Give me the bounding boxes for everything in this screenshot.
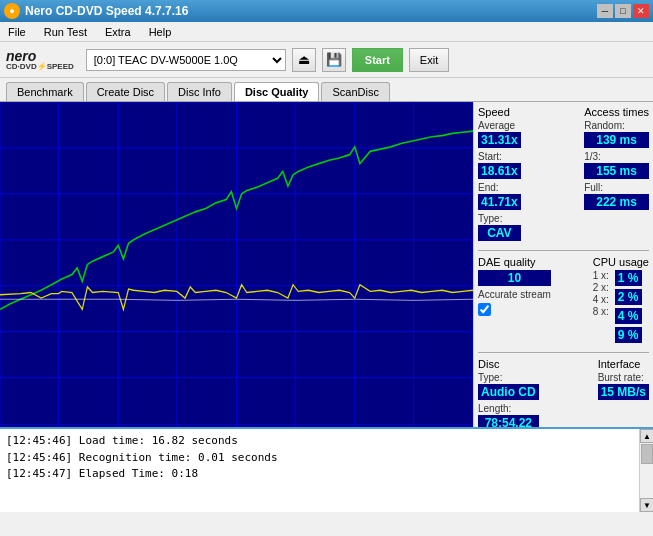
speed-start-value: 18.61x: [478, 163, 521, 179]
disc-type-value: Audio CD: [478, 384, 539, 400]
access-random-label: Random:: [584, 120, 649, 131]
speed-average-value: 31.31x: [478, 132, 521, 148]
close-button[interactable]: ✕: [633, 4, 649, 18]
cpu-col: CPU usage 1 x: 2 x: 4 x: 8 x: 1 % 2 % 4 …: [593, 256, 649, 345]
cpu-1x-label: 1 x:: [593, 270, 609, 281]
app-icon: ●: [4, 3, 20, 19]
cpu-labels-col: 1 x: 2 x: 4 x: 8 x:: [593, 270, 609, 345]
cpu-2x-value: 2 %: [615, 289, 642, 305]
accurate-checkbox[interactable]: [478, 303, 491, 316]
chart-area: 48 X 40 X 32 X 24 X 16 X 8 X 24 20 16 12…: [0, 102, 473, 427]
access-col: Access times Random: 139 ms 1/3: 155 ms …: [584, 106, 649, 212]
cpu-2x-label: 2 x:: [593, 282, 609, 293]
speed-type-value: CAV: [478, 225, 521, 241]
log-line-1: [12:45:46] Load time: 16.82 seconds: [6, 433, 633, 450]
right-panel: Speed Average 31.31x Start: 18.61x End: …: [473, 102, 653, 427]
disc-interface-section: Disc Type: Audio CD Length: 78:54.22 Int…: [478, 358, 649, 427]
scroll-track: [640, 443, 653, 498]
cpu-8x-value: 9 %: [615, 327, 642, 343]
disc-type-label: Type:: [478, 372, 539, 383]
burst-label: Burst rate:: [598, 372, 649, 383]
dae-value: 10: [478, 270, 551, 286]
access-onethird-value: 155 ms: [584, 163, 649, 179]
divider-2: [478, 352, 649, 353]
drive-selector[interactable]: [0:0] TEAC DV-W5000E 1.0Q: [86, 49, 286, 71]
tab-benchmark[interactable]: Benchmark: [6, 82, 84, 101]
access-random-value: 139 ms: [584, 132, 649, 148]
cd-dvd-speed-brand: CD·DVD⚡SPEED: [6, 63, 74, 71]
start-button[interactable]: Start: [352, 48, 403, 72]
access-full-label: Full:: [584, 182, 649, 193]
log-line-3: [12:45:47] Elapsed Time: 0:18: [6, 466, 633, 483]
disc-col: Disc Type: Audio CD Length: 78:54.22: [478, 358, 539, 427]
cpu-8x-label: 8 x:: [593, 306, 609, 317]
access-title: Access times: [584, 106, 649, 118]
scroll-up-button[interactable]: ▲: [640, 429, 653, 443]
accurate-label: Accurate stream: [478, 289, 551, 300]
interface-col: Interface Burst rate: 15 MB/s: [598, 358, 649, 402]
divider-1: [478, 250, 649, 251]
disc-title: Disc: [478, 358, 539, 370]
cpu-title: CPU usage: [593, 256, 649, 268]
interface-title: Interface: [598, 358, 649, 370]
log-area: [12:45:46] Load time: 16.82 seconds [12:…: [0, 427, 653, 512]
toolbar: nero CD·DVD⚡SPEED [0:0] TEAC DV-W5000E 1…: [0, 42, 653, 78]
title-bar-controls: ─ □ ✕: [597, 4, 649, 18]
title-bar: ● Nero CD-DVD Speed 4.7.7.16 ─ □ ✕: [0, 0, 653, 22]
chart-svg: 48 X 40 X 32 X 24 X 16 X 8 X 24 20 16 12…: [0, 102, 473, 427]
tab-create-disc[interactable]: Create Disc: [86, 82, 165, 101]
menu-extra[interactable]: Extra: [101, 24, 135, 40]
access-full-value: 222 ms: [584, 194, 649, 210]
menu-run-test[interactable]: Run Test: [40, 24, 91, 40]
log-scrollbar: ▲ ▼: [639, 429, 653, 512]
nero-logo: nero CD·DVD⚡SPEED: [6, 49, 74, 71]
exit-button[interactable]: Exit: [409, 48, 449, 72]
disc-length-value: 78:54.22: [478, 415, 539, 427]
speed-end-label: End:: [478, 182, 521, 193]
maximize-button[interactable]: □: [615, 4, 631, 18]
log-text-area: [12:45:46] Load time: 16.82 seconds [12:…: [0, 429, 639, 512]
main-content: 48 X 40 X 32 X 24 X 16 X 8 X 24 20 16 12…: [0, 102, 653, 427]
speed-average-label: Average: [478, 120, 521, 131]
cpu-4x-value: 4 %: [615, 308, 642, 324]
menu-file[interactable]: File: [4, 24, 30, 40]
disc-length-label: Length:: [478, 403, 539, 414]
speed-title: Speed: [478, 106, 521, 118]
tab-disc-quality[interactable]: Disc Quality: [234, 82, 320, 101]
burst-value: 15 MB/s: [598, 384, 649, 400]
access-onethird-label: 1/3:: [584, 151, 649, 162]
speed-section: Speed Average 31.31x Start: 18.61x End: …: [478, 106, 649, 243]
accurate-checkbox-row: [478, 303, 551, 316]
window-title: Nero CD-DVD Speed 4.7.7.16: [25, 4, 188, 18]
save-icon[interactable]: 💾: [322, 48, 346, 72]
speed-col: Speed Average 31.31x Start: 18.61x End: …: [478, 106, 521, 243]
dae-title: DAE quality: [478, 256, 551, 268]
cpu-1x-value: 1 %: [615, 270, 642, 286]
speed-start-label: Start:: [478, 151, 521, 162]
speed-type-label: Type:: [478, 213, 521, 224]
minimize-button[interactable]: ─: [597, 4, 613, 18]
title-bar-left: ● Nero CD-DVD Speed 4.7.7.16: [4, 3, 188, 19]
cpu-4x-label: 4 x:: [593, 294, 609, 305]
tab-disc-info[interactable]: Disc Info: [167, 82, 232, 101]
menu-help[interactable]: Help: [145, 24, 176, 40]
cpu-values-col: 1 % 2 % 4 % 9 %: [615, 270, 642, 345]
dae-cpu-section: DAE quality 10 Accurate stream CPU usage…: [478, 256, 649, 345]
tab-scan-disc[interactable]: ScanDisc: [321, 82, 389, 101]
log-line-2: [12:45:46] Recognition time: 0.01 second…: [6, 450, 633, 467]
speed-end-value: 41.71x: [478, 194, 521, 210]
scroll-thumb[interactable]: [641, 444, 653, 464]
tabs-bar: Benchmark Create Disc Disc Info Disc Qua…: [0, 78, 653, 102]
nero-brand: nero: [6, 49, 36, 63]
dae-col: DAE quality 10 Accurate stream: [478, 256, 551, 318]
menu-bar: File Run Test Extra Help: [0, 22, 653, 42]
scroll-down-button[interactable]: ▼: [640, 498, 653, 512]
eject-icon[interactable]: ⏏: [292, 48, 316, 72]
